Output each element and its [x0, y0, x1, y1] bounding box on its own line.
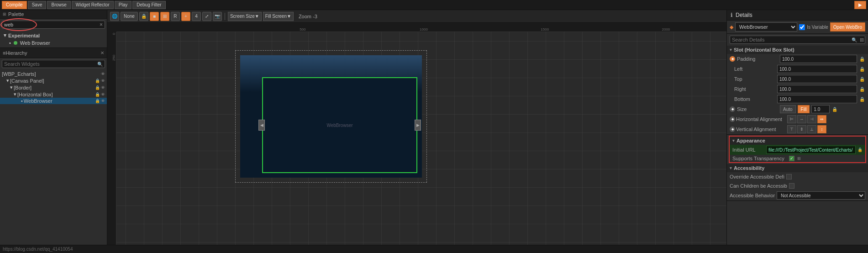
browse-button[interactable]: Browse	[47, 1, 70, 9]
camera-icon[interactable]: 📷	[213, 12, 222, 21]
right-value[interactable]	[777, 85, 857, 93]
move-icon[interactable]: ⤢	[202, 12, 211, 21]
number-icon[interactable]: 4	[192, 12, 201, 21]
palette-icon: ⊞	[3, 12, 6, 16]
hierarchy-item-horizontal-box[interactable]: ▾ [Horizontal Box] 🔒 👁	[0, 91, 107, 98]
h-align-center-button[interactable]: ↔	[797, 115, 806, 123]
slot-section-header[interactable]: ▾ Slot (Horizontal Box Slot)	[727, 46, 868, 54]
hierarchy-item-wbp-echarts[interactable]: [WBP_Echarts] 👁	[0, 71, 107, 77]
v-alignment-row: ◆ Vertical Alignment ⊤ ⇕ ⊥ ↕	[727, 124, 868, 134]
bottom-value[interactable]	[777, 95, 857, 103]
hierarchy-search-input[interactable]	[2, 60, 95, 68]
supports-transparency-checkbox[interactable]: ✓	[789, 156, 794, 161]
web-browser-label: Web Browser	[20, 40, 50, 46]
h-align-right-button[interactable]: ⊣	[807, 115, 816, 123]
accessible-behavior-select[interactable]: Not Accessible	[777, 191, 865, 200]
appearance-header[interactable]: ▾ Appearance	[730, 137, 865, 145]
widget-reflector-button[interactable]: Widget Reflector	[72, 1, 114, 9]
hierarchy-close-button[interactable]: ×	[100, 49, 104, 56]
eye-icon: 👁	[101, 72, 105, 76]
hierarchy-item-border[interactable]: ▾ [Border] 🔒 👁	[0, 84, 107, 91]
save-button[interactable]: Save	[28, 1, 47, 9]
details-search-icon: 🔍	[850, 37, 859, 42]
compile-button[interactable]: Compile	[2, 1, 27, 9]
launch-button[interactable]: ▶	[854, 1, 866, 9]
accessibility-section-header[interactable]: ▾ Accessibility	[727, 164, 868, 172]
ruler-mark-500: 500	[242, 27, 363, 32]
accessibility-chevron: ▾	[730, 166, 732, 170]
canvas-viewport[interactable]: 500 1000 1500 2000 0 250 ◀ WebBro	[107, 23, 726, 245]
right-row: Right 🔒	[727, 84, 868, 94]
h-align-fill-button[interactable]: ⇔	[817, 115, 826, 123]
palette-search-input[interactable]	[2, 21, 98, 28]
lock-icon[interactable]: 🔒	[139, 12, 148, 21]
square-icon[interactable]: ■	[150, 12, 159, 21]
v-align-center-button[interactable]: ⇕	[797, 125, 806, 133]
palette-web-browser-item[interactable]: • Web Browser	[2, 39, 105, 47]
padding-row: ◆ Padding 🔒	[727, 54, 868, 64]
details-search-box: 🔍 ⊞	[730, 36, 865, 44]
size-auto-button[interactable]: Auto	[780, 105, 796, 113]
accessibility-section: ▾ Accessibility Override Accessible Defi…	[727, 164, 868, 201]
lock-icon: 🔒	[95, 92, 100, 97]
category-label: Experimental	[8, 33, 40, 38]
ruler-mark-2000: 2000	[605, 27, 726, 32]
web-browser-widget[interactable]: ◀ WebBrowser ▶	[262, 77, 417, 173]
override-accessible-row: Override Accessible Defi	[727, 172, 868, 181]
bottom-label: Bottom	[734, 96, 775, 102]
v-align-top-button[interactable]: ⊤	[787, 125, 796, 133]
can-children-checkbox[interactable]	[789, 183, 794, 189]
slot-chevron: ▾	[730, 47, 732, 52]
open-webbro-button[interactable]: Open WebBro	[830, 22, 865, 32]
padding-value[interactable]	[780, 55, 857, 63]
ruler-top: 500 1000 1500 2000	[116, 23, 726, 32]
widget-handle-left[interactable]: ◀	[258, 120, 265, 131]
h-align-left-button[interactable]: ⊢	[787, 115, 796, 123]
widget-inner: ◀ WebBrowser ▶	[240, 55, 422, 178]
v-align-bottom-button[interactable]: ⊥	[807, 125, 816, 133]
item-label: [Border]	[14, 85, 32, 90]
fill-screen-dropdown[interactable]: Fill Screen▼	[263, 12, 294, 21]
appearance-section: ▾ Appearance Initial URL 🔒 Supports Tran…	[729, 136, 866, 163]
override-accessible-checkbox[interactable]	[786, 174, 792, 179]
grid-icon[interactable]: ⊞	[160, 12, 169, 21]
initial-url-row: Initial URL 🔒	[730, 145, 865, 155]
is-variable-checkbox[interactable]	[799, 24, 805, 30]
appearance-chevron: ▾	[732, 138, 735, 143]
left-panel: ⊞ Palette × ▾ Experimental • Web Browser…	[0, 10, 107, 245]
widget-selector: ◆ WebBrowser Is Variable Open WebBro	[727, 21, 868, 34]
hierarchy-item-webbrowser[interactable]: • WebBrowser 🔒 👁	[0, 98, 107, 104]
item-bullet: •	[21, 98, 23, 104]
widget-handle-right[interactable]: ▶	[415, 120, 421, 131]
palette-experimental-category: ▾ Experimental	[2, 32, 105, 39]
h-align-pin: ◆	[730, 116, 735, 122]
can-children-label: Can Children be Accessib	[730, 183, 787, 189]
lock-icon: 🔒	[95, 79, 100, 83]
globe-icon[interactable]: 🌐	[110, 12, 119, 21]
play-button[interactable]: Play	[115, 1, 132, 9]
details-search-input[interactable]	[730, 36, 850, 43]
hierarchy-search-box: 🔍	[2, 60, 105, 68]
canvas-area: 🌐 None 🔒 ■ ⊞ R + 4 ⤢ 📷 Screen Size▼ Fill…	[107, 10, 726, 245]
plus-icon[interactable]: +	[181, 12, 190, 21]
screen-size-dropdown[interactable]: Screen Size▼	[228, 12, 262, 21]
size-value-input[interactable]	[811, 105, 830, 113]
none-button[interactable]: None	[121, 12, 138, 21]
main-area: ⊞ Palette × ▾ Experimental • Web Browser…	[0, 10, 868, 245]
size-fill-button[interactable]: Fill	[798, 105, 810, 113]
size-pin: ◆	[730, 106, 735, 112]
top-value[interactable]	[777, 75, 857, 83]
item-arrow: ▾	[10, 84, 13, 90]
ruler-mark-0	[121, 27, 242, 32]
hierarchy-item-canvas-panel[interactable]: ▾ [Canvas Panel] 🔒 👁	[0, 77, 107, 84]
debug-filter-button[interactable]: Debug Filter	[132, 1, 165, 9]
padding-lock: 🔒	[859, 56, 865, 62]
left-value[interactable]	[777, 65, 857, 73]
v-align-fill-button[interactable]: ↕	[817, 125, 826, 133]
r-button[interactable]: R	[171, 12, 180, 21]
top-row: Top 🔒	[727, 74, 868, 84]
palette-search-clear[interactable]: ×	[98, 21, 105, 28]
ruler-numbers: 500 1000 1500 2000	[116, 27, 726, 32]
initial-url-input[interactable]	[766, 146, 856, 154]
widget-dropdown[interactable]: WebBrowser	[735, 22, 797, 32]
